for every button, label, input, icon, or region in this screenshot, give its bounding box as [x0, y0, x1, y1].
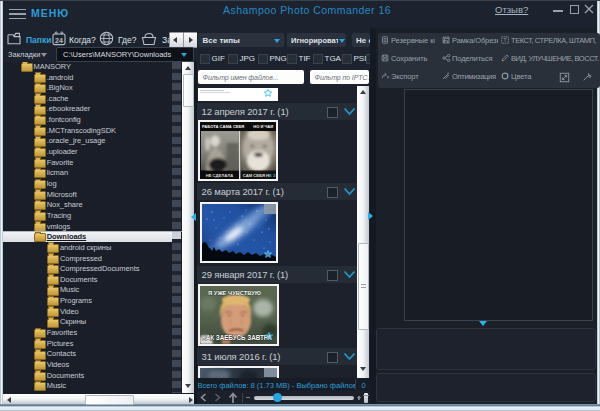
svg-text:КАК ЗАЕБУСЬ ЗАВТРА: КАК ЗАЕБУСЬ ЗАВТРА: [202, 334, 272, 341]
svg-text:Я УЖЕ ЧУВСТВУЮ: Я УЖЕ ЧУВСТВУЮ: [208, 290, 261, 296]
svg-text:САМ СЕБЯ НЕ З: САМ СЕБЯ НЕ З: [243, 173, 276, 178]
svg-text:T: T: [503, 37, 507, 43]
svg-text:24: 24: [55, 37, 63, 44]
svg-text:НЕ СДЕЛАЛА: НЕ СДЕЛАЛА: [206, 173, 234, 178]
svg-text:НО И ЧАЙ: НО И ЧАЙ: [253, 124, 273, 129]
svg-text:РАБОТА САМА СЕБЯ: РАБОТА САМА СЕБЯ: [202, 124, 244, 129]
